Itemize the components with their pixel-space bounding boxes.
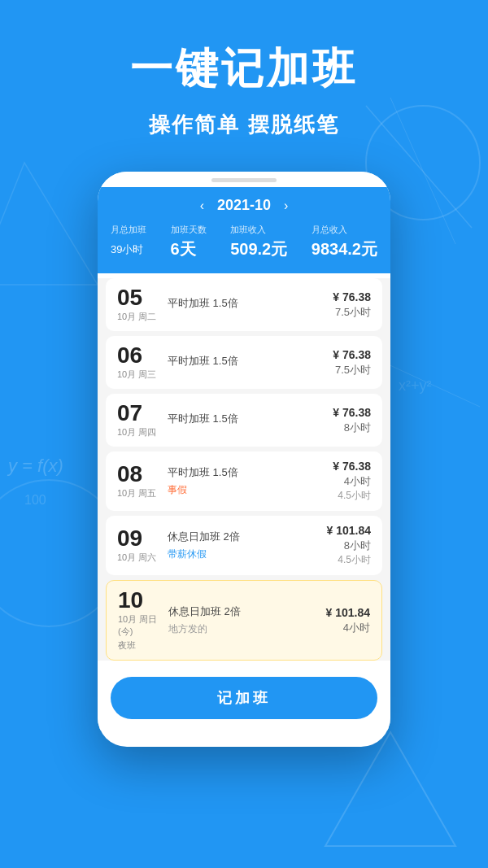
overtime-days-value: 6天 — [171, 238, 196, 260]
month-navigation: ‹ 2021-10 › — [111, 197, 377, 214]
record-pay: ¥ 76.38 — [306, 460, 371, 473]
record-date-info: 10月 周三 — [117, 369, 161, 381]
stat-total-overtime: 月总加班 39小时 — [111, 224, 146, 260]
record-date: 05 10月 周二 — [117, 286, 161, 323]
record-hours: 8小时 — [306, 539, 371, 553]
record-date-info: 10月 周日(今) — [118, 613, 162, 638]
record-date-number: 06 — [117, 344, 161, 367]
svg-marker-2 — [325, 732, 455, 846]
notch-bar — [211, 178, 277, 182]
overtime-days-label: 加班天数 — [171, 224, 207, 236]
record-card-6[interactable]: 10 10月 周日(今)夜班 休息日加班 2倍 地方发的 ¥ 101.84 4小… — [106, 580, 382, 661]
record-pay: ¥ 101.84 — [306, 524, 371, 537]
record-date: 07 10月 周四 — [117, 402, 161, 438]
total-overtime-value: 39小时 — [111, 238, 143, 257]
record-card-1[interactable]: 05 10月 周二 平时加班 1.5倍 ¥ 76.38 7.5小时 — [106, 278, 382, 331]
record-hours-secondary: 4.5小时 — [306, 553, 371, 567]
phone-notch — [98, 172, 390, 187]
stat-monthly-income: 月总收入 9834.2元 — [312, 224, 377, 260]
record-date-number: 09 — [117, 527, 161, 550]
record-type: 休息日加班 2倍 — [168, 530, 306, 544]
record-hours: 4小时 — [305, 621, 370, 635]
page-header: 一键记加班 操作简单 摆脱纸笔 — [0, 0, 488, 155]
record-middle: 休息日加班 2倍 带薪休假 — [161, 530, 306, 561]
total-overtime-label: 月总加班 — [111, 224, 146, 236]
record-tag: 事假 — [168, 483, 306, 497]
record-type: 平时加班 1.5倍 — [168, 354, 306, 369]
record-type: 平时加班 1.5倍 — [168, 465, 306, 480]
prev-month-button[interactable]: ‹ — [200, 198, 204, 213]
record-hours: 8小时 — [306, 421, 371, 435]
record-date-number: 10 — [118, 589, 162, 612]
monthly-income-value: 9834.2元 — [312, 238, 377, 260]
record-middle: 平时加班 1.5倍 — [161, 354, 306, 372]
app-header: ‹ 2021-10 › 月总加班 39小时 加班天数 6天 加班收入 509.2… — [98, 187, 390, 273]
record-tag: 带薪休假 — [168, 547, 306, 561]
next-month-button[interactable]: › — [284, 198, 288, 213]
record-date-info: 10月 周二 — [117, 311, 161, 323]
record-date-number: 05 — [117, 286, 161, 309]
current-month-label: 2021-10 — [217, 197, 271, 214]
record-card-2[interactable]: 06 10月 周三 平时加班 1.5倍 ¥ 76.38 7.5小时 — [106, 336, 382, 389]
record-right-5: ¥ 101.84 8小时 4.5小时 — [306, 524, 371, 567]
record-date-info: 夜班 — [118, 639, 162, 652]
record-date-info: 10月 周六 — [117, 552, 161, 564]
record-date-info: 10月 周五 — [117, 487, 161, 499]
record-date-info: 10月 周四 — [117, 426, 161, 438]
record-date: 10 10月 周日(今)夜班 — [118, 589, 162, 652]
record-hours: 7.5小时 — [306, 363, 371, 377]
record-pay: ¥ 101.84 — [305, 606, 370, 619]
record-middle: 平时加班 1.5倍 — [161, 412, 306, 430]
stats-row: 月总加班 39小时 加班天数 6天 加班收入 509.2元 月总收入 9834.… — [111, 224, 377, 260]
record-overtime-button[interactable]: 记加班 — [111, 677, 377, 719]
record-pay: ¥ 76.38 — [306, 406, 371, 419]
record-date-number: 08 — [117, 463, 161, 486]
stat-overtime-days: 加班天数 6天 — [171, 224, 207, 260]
record-right-1: ¥ 76.38 7.5小时 — [306, 290, 371, 320]
record-right-3: ¥ 76.38 8小时 — [306, 406, 371, 435]
phone-mockup: ‹ 2021-10 › 月总加班 39小时 加班天数 6天 加班收入 509.2… — [0, 172, 488, 747]
record-pay: ¥ 76.38 — [306, 348, 371, 361]
record-middle: 平时加班 1.5倍 事假 — [161, 465, 306, 497]
main-title: 一键记加班 — [0, 41, 488, 98]
record-date-number: 07 — [117, 402, 161, 425]
overtime-income-label: 加班收入 — [230, 224, 266, 236]
record-date: 08 10月 周五 — [117, 463, 161, 499]
record-middle: 平时加班 1.5倍 — [161, 296, 306, 314]
record-card-5[interactable]: 09 10月 周六 休息日加班 2倍 带薪休假 ¥ 101.84 8小时 4.5… — [106, 516, 382, 575]
record-pay: ¥ 76.38 — [306, 290, 371, 303]
record-card-3[interactable]: 07 10月 周四 平时加班 1.5倍 ¥ 76.38 8小时 — [106, 394, 382, 447]
monthly-income-label: 月总收入 — [312, 224, 347, 236]
record-type: 休息日加班 2倍 — [168, 604, 305, 619]
record-right-4: ¥ 76.38 4小时 4.5小时 — [306, 460, 371, 503]
overtime-income-value: 509.2元 — [230, 238, 287, 260]
record-type: 平时加班 1.5倍 — [168, 296, 306, 311]
record-hours-secondary: 4.5小时 — [306, 489, 371, 503]
records-list: 05 10月 周二 平时加班 1.5倍 ¥ 76.38 7.5小时 06 10月… — [98, 278, 390, 661]
record-date: 06 10月 周三 — [117, 344, 161, 381]
record-middle: 休息日加班 2倍 地方发的 — [162, 604, 305, 636]
record-hours: 4小时 — [306, 474, 371, 489]
phone-frame: ‹ 2021-10 › 月总加班 39小时 加班天数 6天 加班收入 509.2… — [98, 172, 390, 747]
record-date: 09 10月 周六 — [117, 527, 161, 564]
stat-overtime-income: 加班收入 509.2元 — [230, 224, 287, 260]
record-note: 地方发的 — [168, 622, 305, 636]
record-right-2: ¥ 76.38 7.5小时 — [306, 348, 371, 377]
record-right-6: ¥ 101.84 4小时 — [305, 606, 370, 635]
record-hours: 7.5小时 — [306, 305, 371, 320]
main-subtitle: 操作简单 摆脱纸笔 — [0, 111, 488, 139]
bottom-action-area: 记加班 — [98, 665, 390, 731]
record-card-4[interactable]: 08 10月 周五 平时加班 1.5倍 事假 ¥ 76.38 4小时 4.5小时 — [106, 451, 382, 511]
record-type: 平时加班 1.5倍 — [168, 412, 306, 426]
